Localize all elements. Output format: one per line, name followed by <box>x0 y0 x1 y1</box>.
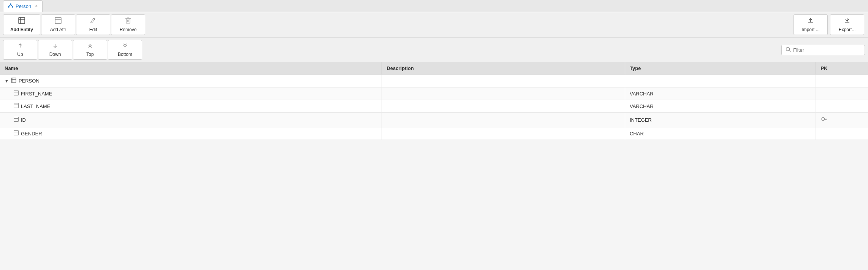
top-label: Top <box>86 52 93 57</box>
tab-bar: Person × <box>0 0 868 12</box>
entity-table: Name Description Type PK ▼ <box>0 62 868 140</box>
col-header-pk: PK <box>816 62 868 75</box>
col-description-cell <box>382 100 625 113</box>
remove-icon <box>125 17 131 25</box>
col-pk-cell <box>816 100 868 113</box>
table-row[interactable]: LAST_NAME VARCHAR <box>0 100 868 113</box>
add-entity-label: Add Entity <box>10 27 33 32</box>
filter-input-wrap[interactable] <box>781 45 865 55</box>
toolbar-left: Add Entity Add Attr Edit <box>3 14 146 35</box>
col-type-cell: VARCHAR <box>625 100 816 113</box>
bottom-button[interactable]: Bottom <box>108 40 142 60</box>
toolbar-row-1: Add Entity Add Attr Edit <box>0 12 868 38</box>
import-button[interactable]: Import ... <box>794 14 828 35</box>
col-name-label: GENDER <box>21 131 42 137</box>
bottom-icon <box>122 43 128 50</box>
svg-point-17 <box>786 47 790 51</box>
col-description-cell <box>382 87 625 100</box>
up-button[interactable]: Up <box>3 40 37 60</box>
add-attr-button[interactable]: Add Attr <box>41 14 75 35</box>
column-icon <box>14 91 19 97</box>
remove-button[interactable]: Remove <box>111 14 145 35</box>
entity-type-cell <box>625 75 816 87</box>
col-header-type: Type <box>625 62 816 75</box>
filter-search-icon <box>786 47 791 53</box>
svg-rect-32 <box>14 131 19 135</box>
import-icon <box>807 17 814 25</box>
primary-key-icon <box>820 117 827 124</box>
toolbar-row-2: Up Down Top <box>0 38 868 62</box>
entity-table-icon <box>11 78 16 84</box>
table-header-row: Name Description Type PK <box>0 62 868 75</box>
svg-rect-10 <box>126 19 130 23</box>
expand-chevron-icon[interactable]: ▼ <box>5 79 9 83</box>
remove-label: Remove <box>120 27 137 32</box>
export-button[interactable]: Export... <box>830 14 864 35</box>
col-name-cell: ID <box>0 113 382 127</box>
svg-rect-5 <box>19 17 25 24</box>
entity-pk-cell <box>816 75 868 87</box>
export-icon <box>844 17 851 25</box>
svg-point-2 <box>12 6 13 8</box>
edit-label: Edit <box>89 27 97 32</box>
col-header-name: Name <box>0 62 382 75</box>
col-name-label: FIRST_NAME <box>21 91 52 97</box>
table-row[interactable]: ▼ PERSON <box>0 75 868 87</box>
add-entity-icon <box>18 17 25 25</box>
col-name-cell: GENDER <box>0 127 382 140</box>
bottom-label: Bottom <box>118 52 132 57</box>
col-type-cell: VARCHAR <box>625 87 816 100</box>
down-icon <box>52 43 58 50</box>
import-label: Import ... <box>801 27 819 32</box>
svg-point-1 <box>8 6 10 8</box>
col-name-cell: FIRST_NAME <box>0 87 382 100</box>
svg-line-3 <box>9 5 11 6</box>
col-header-description: Description <box>382 62 625 75</box>
col-type-cell: CHAR <box>625 127 816 140</box>
person-entity-icon <box>8 3 13 10</box>
svg-rect-24 <box>14 103 19 108</box>
export-label: Export... <box>839 27 856 32</box>
top-icon <box>87 43 93 50</box>
down-button[interactable]: Down <box>38 40 72 60</box>
toolbar2-left: Up Down Top <box>3 40 143 60</box>
col-name-label: ID <box>21 117 26 123</box>
col-name-cell: LAST_NAME <box>0 100 382 113</box>
svg-rect-26 <box>14 117 19 122</box>
col-name-label: LAST_NAME <box>21 103 50 109</box>
table-row[interactable]: ID INTEGER <box>0 113 868 127</box>
tab-person[interactable]: Person × <box>3 0 43 12</box>
table-row[interactable]: GENDER CHAR <box>0 127 868 140</box>
column-icon <box>14 103 19 109</box>
svg-rect-22 <box>14 91 19 95</box>
top-button[interactable]: Top <box>73 40 107 60</box>
filter-input[interactable] <box>793 47 861 53</box>
entity-name-cell: ▼ PERSON <box>0 75 382 87</box>
svg-point-0 <box>10 3 11 5</box>
svg-line-4 <box>11 5 13 6</box>
down-label: Down <box>49 52 61 57</box>
tab-close-icon[interactable]: × <box>35 3 38 9</box>
entity-name-label: PERSON <box>19 78 40 84</box>
svg-rect-8 <box>55 17 61 24</box>
col-pk-cell <box>816 87 868 100</box>
add-entity-button[interactable]: Add Entity <box>3 14 40 35</box>
col-type-cell: INTEGER <box>625 113 816 127</box>
add-attr-icon <box>55 17 62 25</box>
tab-label: Person <box>16 3 31 9</box>
column-icon <box>14 130 19 137</box>
edit-button[interactable]: Edit <box>76 14 110 35</box>
add-attr-label: Add Attr <box>50 27 67 32</box>
col-pk-cell <box>816 127 868 140</box>
svg-rect-19 <box>11 78 16 83</box>
edit-icon <box>90 17 97 25</box>
svg-line-18 <box>789 50 791 52</box>
col-pk-cell <box>816 113 868 127</box>
up-icon <box>17 43 23 50</box>
column-icon <box>14 117 19 123</box>
svg-point-28 <box>822 118 825 121</box>
col-description-cell <box>382 127 625 140</box>
entity-description-cell <box>382 75 625 87</box>
table-row[interactable]: FIRST_NAME VARCHAR <box>0 87 868 100</box>
col-description-cell <box>382 113 625 127</box>
